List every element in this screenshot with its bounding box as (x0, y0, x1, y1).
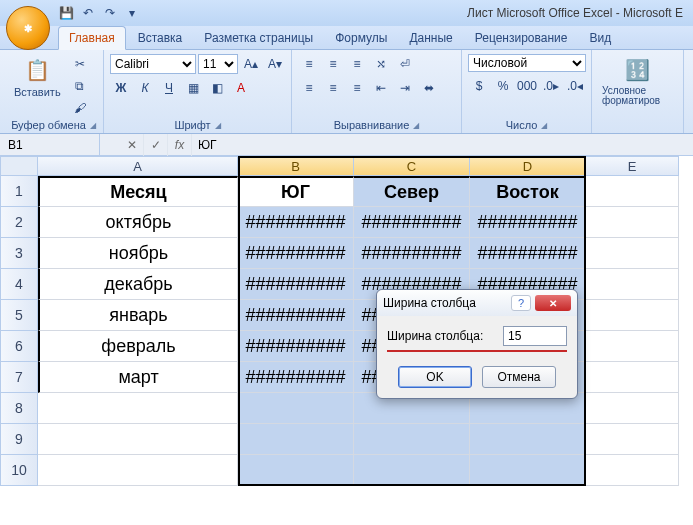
border-icon[interactable]: ▦ (182, 78, 204, 98)
tab-insert[interactable]: Вставка (128, 27, 193, 49)
row-header-8[interactable]: 8 (0, 393, 38, 424)
decrease-decimal-icon[interactable]: .0◂ (564, 76, 586, 96)
increase-indent-icon[interactable]: ⇥ (394, 78, 416, 98)
fill-color-icon[interactable]: ◧ (206, 78, 228, 98)
dialog-launcher-icon[interactable]: ◢ (215, 121, 221, 130)
column-header-E[interactable]: E (586, 156, 679, 176)
bold-button[interactable]: Ж (110, 78, 132, 98)
cell-E2[interactable] (586, 207, 679, 238)
cancel-button[interactable]: Отмена (482, 366, 556, 388)
decrease-font-icon[interactable]: A▾ (264, 54, 286, 74)
redo-icon[interactable]: ↷ (102, 5, 118, 21)
cell-B4[interactable]: ########## (238, 269, 354, 300)
increase-decimal-icon[interactable]: .0▸ (540, 76, 562, 96)
column-width-input[interactable] (503, 326, 567, 346)
row-header-3[interactable]: 3 (0, 238, 38, 269)
cell-D9[interactable] (470, 424, 586, 455)
cell-E8[interactable] (586, 393, 679, 424)
cell-B5[interactable]: ########## (238, 300, 354, 331)
cell-C3[interactable]: ########## (354, 238, 470, 269)
column-header-C[interactable]: C (354, 156, 470, 176)
font-size-select[interactable]: 11 (198, 54, 238, 74)
italic-button[interactable]: К (134, 78, 156, 98)
cell-D1[interactable]: Восток (470, 176, 586, 207)
ok-button[interactable]: OK (398, 366, 472, 388)
row-header-2[interactable]: 2 (0, 207, 38, 238)
percent-icon[interactable]: % (492, 76, 514, 96)
row-header-9[interactable]: 9 (0, 424, 38, 455)
column-header-D[interactable]: D (470, 156, 586, 176)
cell-E5[interactable] (586, 300, 679, 331)
currency-icon[interactable]: $ (468, 76, 490, 96)
enter-formula-icon[interactable]: ✓ (144, 134, 168, 156)
paste-button[interactable]: 📋 Вставить (10, 54, 65, 100)
orientation-icon[interactable]: ⤭ (370, 54, 392, 74)
tab-formulas[interactable]: Формулы (325, 27, 397, 49)
cell-E3[interactable] (586, 238, 679, 269)
comma-icon[interactable]: 000 (516, 76, 538, 96)
cell-A7[interactable]: март (38, 362, 238, 393)
cell-A1[interactable]: Месяц (38, 176, 238, 207)
formula-input[interactable]: ЮГ (192, 138, 693, 152)
underline-button[interactable]: Ч (158, 78, 180, 98)
column-header-A[interactable]: A (38, 156, 238, 176)
cell-B2[interactable]: ########## (238, 207, 354, 238)
tab-home[interactable]: Главная (58, 26, 126, 50)
font-color-icon[interactable]: A (230, 78, 252, 98)
cell-E1[interactable] (586, 176, 679, 207)
undo-icon[interactable]: ↶ (80, 5, 96, 21)
dialog-launcher-icon[interactable]: ◢ (541, 121, 547, 130)
help-icon[interactable]: ? (511, 295, 531, 311)
row-header-10[interactable]: 10 (0, 455, 38, 486)
cell-E10[interactable] (586, 455, 679, 486)
cell-E4[interactable] (586, 269, 679, 300)
save-icon[interactable]: 💾 (58, 5, 74, 21)
cell-A3[interactable]: ноябрь (38, 238, 238, 269)
row-header-6[interactable]: 6 (0, 331, 38, 362)
copy-icon[interactable]: ⧉ (69, 76, 91, 96)
cell-A5[interactable]: январь (38, 300, 238, 331)
column-header-B[interactable]: B (238, 156, 354, 176)
dialog-launcher-icon[interactable]: ◢ (413, 121, 419, 130)
qat-more-icon[interactable]: ▾ (124, 5, 140, 21)
office-button[interactable]: ✱ (6, 6, 50, 50)
select-all-corner[interactable] (0, 156, 38, 176)
cell-B8[interactable] (238, 393, 354, 424)
row-header-4[interactable]: 4 (0, 269, 38, 300)
cell-A6[interactable]: февраль (38, 331, 238, 362)
cell-C1[interactable]: Север (354, 176, 470, 207)
name-box[interactable]: B1 (0, 134, 100, 155)
fx-icon[interactable]: fx (168, 134, 192, 156)
tab-data[interactable]: Данные (399, 27, 462, 49)
increase-font-icon[interactable]: A▴ (240, 54, 262, 74)
align-right-icon[interactable]: ≡ (346, 78, 368, 98)
cell-B9[interactable] (238, 424, 354, 455)
row-header-5[interactable]: 5 (0, 300, 38, 331)
tab-view[interactable]: Вид (579, 27, 621, 49)
row-header-7[interactable]: 7 (0, 362, 38, 393)
cell-A8[interactable] (38, 393, 238, 424)
font-name-select[interactable]: Calibri (110, 54, 196, 74)
align-top-icon[interactable]: ≡ (298, 54, 320, 74)
align-middle-icon[interactable]: ≡ (322, 54, 344, 74)
cell-E7[interactable] (586, 362, 679, 393)
number-format-select[interactable]: Числовой (468, 54, 586, 72)
cell-D2[interactable]: ########## (470, 207, 586, 238)
align-bottom-icon[interactable]: ≡ (346, 54, 368, 74)
cell-A10[interactable] (38, 455, 238, 486)
cell-D3[interactable]: ########## (470, 238, 586, 269)
cell-D10[interactable] (470, 455, 586, 486)
align-center-icon[interactable]: ≡ (322, 78, 344, 98)
cell-A2[interactable]: октябрь (38, 207, 238, 238)
cell-B7[interactable]: ########## (238, 362, 354, 393)
cell-B1[interactable]: ЮГ (238, 176, 354, 207)
wrap-text-icon[interactable]: ⏎ (394, 54, 416, 74)
tab-review[interactable]: Рецензирование (465, 27, 578, 49)
cut-icon[interactable]: ✂ (69, 54, 91, 74)
align-left-icon[interactable]: ≡ (298, 78, 320, 98)
cell-C9[interactable] (354, 424, 470, 455)
cell-C10[interactable] (354, 455, 470, 486)
dialog-launcher-icon[interactable]: ◢ (90, 121, 96, 130)
cancel-formula-icon[interactable]: ✕ (120, 134, 144, 156)
merge-icon[interactable]: ⬌ (418, 78, 440, 98)
